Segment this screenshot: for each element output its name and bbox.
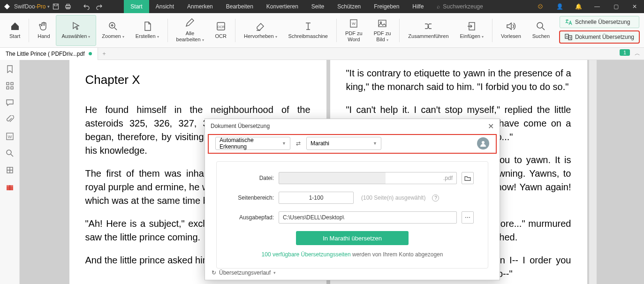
help-icon[interactable]: ? — [432, 194, 439, 202]
target-language-select[interactable]: Marathi▼ — [306, 137, 381, 150]
speaker-icon — [506, 21, 516, 31]
home-icon — [10, 21, 20, 31]
print-icon[interactable] — [62, 0, 74, 13]
avatar[interactable] — [477, 137, 489, 149]
ribbon-select[interactable]: Auswählen▾ — [56, 15, 97, 46]
svg-rect-2 — [67, 4, 69, 6]
ribbon-word[interactable]: WPDF zu Word — [340, 15, 368, 46]
close-button[interactable]: ✕ — [625, 0, 644, 13]
app-name: SwifDoo-Pro▾ — [14, 3, 50, 10]
ribbon-merge[interactable]: Zusammenführen — [402, 15, 454, 46]
quick-translate-button[interactable]: Schnelle Übersetzung — [560, 16, 639, 28]
ribbon-read[interactable]: Vorlesen — [495, 15, 527, 46]
svg-rect-27 — [9, 185, 10, 190]
search-icon — [536, 21, 546, 31]
menu-anmerken[interactable]: Anmerken — [181, 0, 220, 13]
dialog-title: Dokument Übersetzung — [211, 123, 270, 129]
range-label: Seitenbereich: — [231, 194, 274, 201]
ribbon-ocr[interactable]: OCROCR — [210, 15, 232, 46]
side-panel: W — [0, 60, 20, 284]
browse-file-button[interactable] — [462, 172, 474, 184]
find-icon[interactable] — [5, 148, 15, 158]
undo-icon[interactable] — [81, 0, 93, 13]
cart-icon[interactable]: ⛒ — [531, 0, 550, 13]
word-panel-icon[interactable]: W — [5, 131, 15, 142]
svg-rect-20 — [11, 87, 13, 89]
word-icon: W — [349, 18, 359, 29]
paragraph: "It is contrary to etiquette to yawn in … — [346, 67, 571, 94]
comments-icon[interactable] — [5, 97, 15, 108]
credits-link[interactable]: 100 verfügbare Übersetzungsseiten — [262, 251, 351, 258]
file-input[interactable]: .pdf — [279, 172, 457, 184]
redo-icon[interactable] — [93, 0, 105, 13]
chapter-title: Chapter X — [85, 71, 311, 89]
menu-hilfe[interactable]: Hilfe — [406, 0, 430, 13]
output-path-input[interactable]: C:\Users\DELL\Desktop\ — [279, 211, 457, 224]
language-row: Automatische Erkennung▼ ⇄ Marathi▼ — [207, 133, 498, 155]
menu-seite[interactable]: Seite — [305, 0, 331, 13]
translate-dialog: Dokument Übersetzung ✕ Automatische Erke… — [205, 119, 500, 280]
ribbon-start[interactable]: Start — [4, 15, 26, 46]
menu-konvertieren[interactable]: Konvertieren — [260, 0, 305, 13]
menubar: Start Ansicht Anmerken Bearbeiten Konver… — [124, 0, 430, 13]
bell-icon[interactable]: 🔔 — [569, 0, 588, 13]
image-icon — [377, 18, 387, 29]
svg-rect-17 — [7, 82, 9, 85]
collapse-ribbon-icon[interactable]: ︿ — [635, 50, 640, 58]
edit-icon — [185, 18, 195, 29]
swap-languages-icon[interactable]: ⇄ — [296, 140, 301, 147]
history-link[interactable]: Übersetzungsverlauf — [219, 269, 271, 276]
svg-point-23 — [7, 150, 11, 155]
ribbon-insert[interactable]: Einfügen▾ — [455, 15, 489, 46]
attachment-icon[interactable] — [5, 114, 15, 125]
dialog-close-button[interactable]: ✕ — [488, 122, 494, 131]
svg-point-12 — [537, 22, 543, 28]
highlight-icon — [255, 21, 265, 31]
ribbon-highlight[interactable]: Hervorheben▾ — [238, 15, 283, 46]
svg-rect-19 — [7, 87, 9, 89]
scrollbar[interactable] — [589, 60, 597, 284]
ribbon-hand[interactable]: Hand — [32, 15, 55, 46]
page-range-input[interactable]: 1-100 — [279, 192, 354, 204]
ribbon-typewriter[interactable]: Schreibmaschine — [283, 15, 333, 46]
document-translate-button[interactable]: A文Dokument Übersetzung — [560, 31, 639, 43]
menu-ansicht[interactable]: Ansicht — [149, 0, 181, 13]
hand-icon — [38, 21, 49, 31]
ribbon: Start Hand Auswählen▾ Zoomen▾ Erstellen▾… — [0, 13, 644, 48]
search-tools[interactable]: ⌕Suchwerkzeuge — [430, 3, 489, 10]
menu-bearbeiten[interactable]: Bearbeiten — [220, 0, 260, 13]
ribbon-zoom[interactable]: Zoomen▾ — [96, 15, 129, 46]
menu-freigeben[interactable]: Freigeben — [367, 0, 406, 13]
range-hint: (100 Seite(n) ausgewählt) — [361, 194, 425, 201]
gift-icon[interactable] — [5, 182, 15, 192]
output-more-button[interactable]: ⋯ — [462, 211, 474, 224]
svg-text:文: 文 — [568, 36, 571, 39]
cursor-icon — [71, 21, 81, 31]
menu-schuetzen[interactable]: Schützen — [331, 0, 367, 13]
user-icon[interactable]: 👤 — [550, 0, 569, 13]
source-language-select[interactable]: Automatische Erkennung▼ — [215, 137, 290, 150]
bookmark-icon[interactable] — [5, 64, 15, 74]
page-badge: 1 — [620, 49, 630, 56]
minimize-button[interactable]: — — [588, 0, 606, 13]
add-tab-button[interactable]: ＋ — [98, 48, 110, 60]
thumbnails-icon[interactable] — [5, 81, 15, 91]
svg-rect-18 — [11, 82, 13, 85]
ribbon-search[interactable]: Suchen — [527, 15, 555, 46]
menu-start[interactable]: Start — [124, 0, 149, 13]
translate-button[interactable]: In Marathi übersetzen — [296, 231, 409, 245]
output-label: Ausgabepfad: — [231, 214, 274, 221]
security-icon[interactable] — [5, 165, 15, 175]
maximize-button[interactable]: ▢ — [606, 0, 625, 13]
titlebar: SwifDoo-Pro▾ Start Ansicht Anmerken Bear… — [0, 0, 644, 13]
ribbon-create[interactable]: Erstellen▾ — [130, 15, 165, 46]
save-icon[interactable] — [50, 0, 62, 13]
zoom-icon — [108, 21, 118, 31]
file-label: Datei: — [231, 175, 274, 181]
ribbon-image[interactable]: PDF zu Bild▾ — [368, 15, 397, 46]
document-tab[interactable]: The Little Prince ( PDFDriv...pdf — [0, 48, 98, 60]
history-icon: ↻ — [212, 269, 216, 276]
merge-icon — [423, 21, 433, 31]
ribbon-edit-all[interactable]: Alle bearbeiten▾ — [171, 15, 210, 46]
svg-point-28 — [482, 141, 485, 144]
